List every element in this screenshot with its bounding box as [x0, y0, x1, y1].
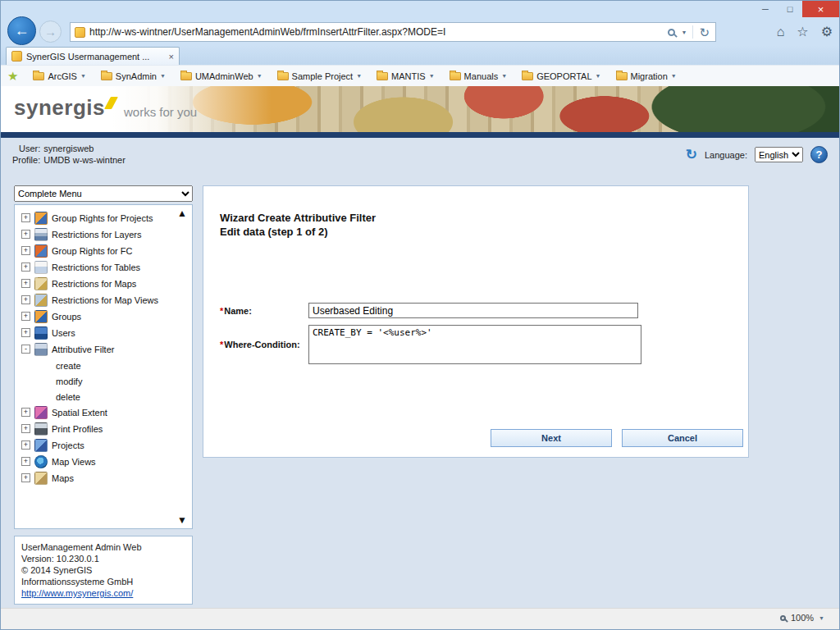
forward-button[interactable]: →	[39, 21, 62, 43]
map-views-globe-icon	[34, 455, 48, 468]
add-favorite-icon[interactable]: ★	[7, 70, 18, 82]
next-button[interactable]: Next	[491, 429, 612, 447]
group-rights-fc-icon	[34, 244, 48, 258]
sidebar-item-delete[interactable]: delete	[20, 389, 190, 404]
chevron-down-icon: ▼	[596, 73, 601, 79]
tree-item-label: Attributive Filter	[52, 343, 114, 355]
sidebar-item-spatial-extent[interactable]: + Spatial Extent	[20, 404, 190, 421]
sidebar-item-group-rights-for-projects[interactable]: + Group Rights for Projects	[20, 210, 190, 226]
zoom-control[interactable]: 100% ▼	[780, 613, 824, 623]
sidebar-item-projects[interactable]: + Projects	[20, 437, 190, 454]
expand-icon[interactable]: +	[21, 246, 30, 255]
favorite-sample-project[interactable]: Sample Project ▼	[271, 68, 369, 84]
print-profiles-icon	[34, 422, 48, 436]
language-label: Language:	[705, 150, 747, 160]
search-caret-icon[interactable]: ▼	[681, 30, 687, 35]
company-link[interactable]: http://www.mysynergis.com/	[21, 588, 133, 598]
tab-synergis-usermanagement[interactable]: SynerGIS Usermanagement ... ×	[6, 47, 180, 65]
wizard-form: *Name: *Where-Condition:	[220, 303, 748, 364]
expand-icon[interactable]: +	[21, 312, 30, 321]
chevron-down-icon: ▼	[257, 73, 262, 79]
favorite-mantis[interactable]: MANTIS ▼	[370, 68, 441, 84]
favorite-umadminweb[interactable]: UMAdminWeb ▼	[174, 68, 269, 84]
sidebar-item-maps[interactable]: + Maps	[20, 470, 190, 486]
tree-item-label: Groups	[52, 310, 81, 322]
favorite-geoportal[interactable]: GEOPORTAL ▼	[515, 68, 607, 84]
status-bar: 100% ▼	[1, 608, 839, 629]
sidebar-item-create[interactable]: create	[20, 358, 190, 373]
home-icon[interactable]: ⌂	[777, 25, 785, 39]
address-bar-tools: ▼ ↻	[668, 25, 711, 39]
sidebar-item-attributive-filter[interactable]: - Attributive Filter	[20, 341, 190, 358]
sidebar-item-group-rights-for-fc[interactable]: + Group Rights for FC	[20, 243, 190, 259]
favorites-icon[interactable]: ☆	[797, 24, 808, 39]
favorite-synadmin[interactable]: SynAdmin ▼	[94, 68, 172, 84]
tree-scroll-down-icon[interactable]: ▼	[177, 515, 187, 525]
cancel-button[interactable]: Cancel	[622, 429, 743, 447]
user-value: synergisweb	[43, 144, 126, 153]
sidebar-item-groups[interactable]: + Groups	[20, 308, 190, 325]
chevron-down-icon: ▼	[671, 73, 677, 79]
maps-icon	[34, 472, 48, 485]
favorite-migration[interactable]: Migration ▼	[609, 68, 683, 84]
expand-icon[interactable]: +	[21, 262, 30, 272]
sidebar-item-restrictions-for-tables[interactable]: + Restrictions for Tables	[20, 259, 190, 276]
restrictions-map-views-icon	[34, 294, 48, 307]
user-label: User:	[12, 144, 40, 153]
expand-icon[interactable]: +	[21, 279, 30, 288]
expand-icon[interactable]: +	[21, 424, 30, 433]
expand-icon[interactable]: +	[21, 213, 30, 222]
favorite-arcgis[interactable]: ArcGIS ▼	[26, 68, 92, 84]
where-condition-row: *Where-Condition:	[220, 325, 748, 364]
help-icon[interactable]: ?	[810, 146, 828, 163]
chevron-down-icon: ▼	[160, 73, 166, 79]
sidebar-footer: UserManagement Admin Web Version: 10.230…	[14, 536, 193, 605]
name-input[interactable]	[308, 303, 638, 318]
tab-close-icon[interactable]: ×	[169, 52, 174, 62]
search-icon[interactable]	[668, 29, 675, 36]
address-separator	[692, 25, 693, 39]
sidebar-item-map-views[interactable]: + Map Views	[20, 454, 190, 470]
sidebar-item-restrictions-for-maps[interactable]: + Restrictions for Maps	[20, 276, 190, 292]
expand-icon[interactable]: +	[21, 230, 30, 239]
favorite-label: UMAdminWeb	[195, 71, 253, 81]
expand-icon[interactable]: +	[21, 328, 30, 337]
sidebar-item-print-profiles[interactable]: + Print Profiles	[20, 421, 190, 437]
folder-icon	[101, 72, 112, 80]
expand-icon[interactable]: +	[21, 408, 30, 417]
folder-icon	[180, 72, 192, 80]
back-button[interactable]: ←	[7, 16, 36, 45]
sidebar-item-restrictions-for-layers[interactable]: + Restrictions for Layers	[20, 226, 190, 243]
favorite-manuals[interactable]: Manuals ▼	[443, 68, 514, 84]
window-caption-buttons: ─ □ ×	[753, 1, 839, 17]
sync-icon[interactable]: ↻	[686, 148, 697, 162]
chevron-down-icon: ▼	[501, 73, 507, 79]
address-bar[interactable]: http://w-ws-wintner/UserManagementAdminW…	[70, 22, 716, 42]
projects-icon	[34, 439, 48, 452]
expand-icon[interactable]: +	[21, 441, 30, 450]
synergis-logo: synergis	[14, 95, 115, 121]
close-button[interactable]: ×	[802, 1, 839, 17]
where-condition-textarea[interactable]	[308, 325, 641, 364]
layers-icon	[34, 228, 48, 241]
favorite-label: MANTIS	[391, 71, 426, 81]
collapse-icon[interactable]: -	[21, 345, 30, 354]
maximize-button[interactable]: □	[778, 1, 802, 17]
menu-mode-select[interactable]: Complete Menu	[14, 185, 193, 202]
sidebar-item-users[interactable]: + Users	[20, 325, 190, 341]
zoom-caret-icon[interactable]: ▼	[819, 615, 824, 621]
wizard-title: Wizard Create Attributive Filter	[220, 211, 748, 225]
refresh-icon[interactable]: ↻	[699, 26, 710, 39]
url-text[interactable]: http://w-ws-wintner/UserManagementAdminW…	[89, 26, 664, 38]
expand-icon[interactable]: +	[21, 473, 30, 482]
expand-icon[interactable]: +	[21, 295, 30, 304]
tree-item-label: Spatial Extent	[52, 406, 107, 418]
language-select[interactable]: English	[755, 147, 803, 162]
sidebar-item-restrictions-for-map-views[interactable]: + Restrictions for Map Views	[20, 292, 190, 308]
expand-icon[interactable]: +	[21, 457, 30, 466]
minimize-button[interactable]: ─	[753, 1, 778, 17]
sidebar-item-modify[interactable]: modify	[20, 373, 190, 389]
tree-scroll-up-icon[interactable]: ▲	[177, 208, 187, 218]
tree-item-label: Map Views	[52, 455, 96, 468]
settings-gear-icon[interactable]: ⚙	[821, 24, 833, 39]
